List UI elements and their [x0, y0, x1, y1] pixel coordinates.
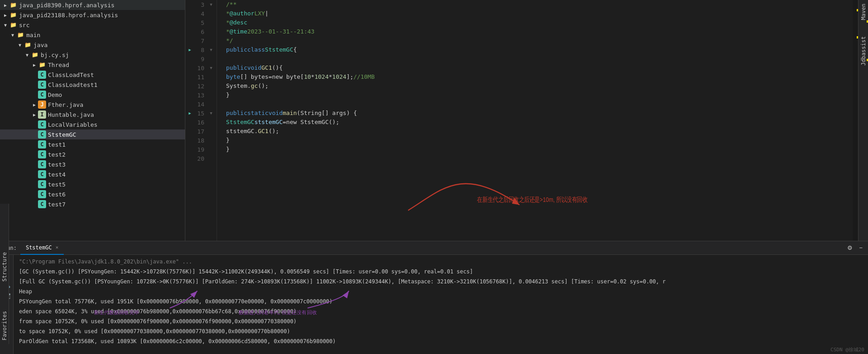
token: void: [269, 109, 283, 118]
tree-item-src[interactable]: ▼ 📁 src: [0, 20, 185, 30]
tree-label: ClassLoadtest1: [48, 81, 98, 88]
token: LXY: [255, 9, 265, 18]
line-number-18: 18: [194, 137, 208, 144]
code-line-9: [222, 54, 853, 63]
line-number-15: 15: [194, 110, 208, 117]
tree-item-test1[interactable]: C test1: [0, 139, 185, 149]
tree-item-LocalVariables[interactable]: C LocalVariables: [0, 120, 185, 129]
run-tab-label: StstemGC: [26, 244, 52, 251]
line-number-14: 14: [194, 101, 208, 108]
token: System.: [226, 81, 251, 91]
tree-item-java[interactable]: ▼ 📁 java: [0, 40, 185, 50]
line-number-11: 11: [194, 74, 208, 81]
tree-item-Fther-java[interactable]: ▶ J Fther.java: [0, 100, 185, 110]
run-gutter-15[interactable]: ▶: [185, 111, 194, 115]
tree-label: StstemGC: [48, 131, 76, 138]
code-line-7: */: [222, 36, 853, 45]
output-line-5: eden space 65024K, 3% used [0x000000076b…: [14, 306, 868, 316]
tree-label: src: [19, 22, 29, 29]
tree-item-test4[interactable]: C test4: [0, 169, 185, 179]
tree-item-test3[interactable]: C test3: [0, 159, 185, 169]
class-icon: C: [38, 91, 46, 99]
line-number-7: 7: [194, 38, 208, 44]
tree-item-Thread[interactable]: ▶ 📁 Thread: [0, 60, 185, 70]
output-line-8: ParOldGen total 173568K, used 10893K [0x…: [14, 336, 868, 346]
tree-label: test6: [48, 191, 66, 198]
token: public: [226, 45, 247, 54]
token: 1024: [332, 72, 346, 81]
tree-label: bj.cy.sj: [41, 52, 69, 58]
run-tab-ststemgc[interactable]: StstemGC ×: [20, 241, 64, 255]
token: *: [226, 18, 230, 27]
tree-arrow: ▼: [24, 53, 31, 57]
token: }: [226, 91, 230, 100]
class-icon: C: [38, 140, 46, 148]
token: GC1: [261, 63, 272, 72]
file-tree: ▶ 📁 java_pid8390.hprof.analysis ▶ 📁 java…: [0, 0, 185, 241]
token: (){: [272, 63, 283, 72]
tree-arrow: ▼: [16, 43, 24, 48]
tree-arrow: ▼: [9, 33, 16, 38]
line-number-17: 17: [194, 128, 208, 135]
minimize-button[interactable]: −: [857, 244, 864, 252]
code-line-10: public void GC1(){: [222, 63, 853, 72]
token: ();: [258, 81, 268, 91]
tree-label: java: [33, 42, 47, 48]
token: @author: [230, 9, 255, 18]
class-icon: C: [38, 200, 46, 208]
tree-label: test2: [48, 151, 66, 158]
run-tab-close[interactable]: ×: [56, 244, 59, 250]
interface-icon: I: [38, 110, 46, 119]
tree-item-bj-cy-sj[interactable]: ▼ 📁 bj.cy.sj: [0, 50, 185, 60]
token: *: [311, 72, 315, 81]
fold-gutter-15[interactable]: ▼: [208, 111, 214, 115]
token: StstemGC: [226, 118, 255, 127]
tree-item-test5[interactable]: C test5: [0, 179, 185, 189]
token: ststemGC: [255, 118, 283, 127]
bottom-action-bar: ⚙ −: [845, 244, 864, 252]
tree-arrow: ▶: [2, 3, 9, 8]
token: class: [247, 45, 265, 54]
code-line-20: [222, 154, 853, 163]
run-output: "C:\Program Files\Java\jdk1.8.0_202\bin\…: [14, 255, 868, 354]
token: static: [247, 109, 269, 118]
token: ();: [269, 127, 279, 136]
tree-label: test3: [48, 161, 66, 168]
tree-item-Huntable-java[interactable]: ▶ I Huntable.java: [0, 110, 185, 120]
tree-item-ClassLoadTest[interactable]: C ClassLoadTest: [0, 70, 185, 80]
token: /**: [226, 0, 236, 9]
token: StstemGC: [265, 45, 293, 54]
line-number-12: 12: [194, 83, 208, 90]
fold-gutter-10[interactable]: ▼: [208, 66, 214, 70]
tree-item-java_pid8390[interactable]: ▶ 📁 java_pid8390.hprof.analysis: [0, 0, 185, 10]
tree-item-test2[interactable]: C test2: [0, 149, 185, 159]
jdbassist-tab[interactable]: Jdbassist: [859, 33, 868, 69]
output-line-2: [Full GC (System.gc()) [PSYoungGen: 1072…: [14, 277, 868, 287]
folder-icon: 📁: [16, 31, 24, 39]
tree-arrow: ▼: [2, 23, 9, 28]
tree-item-java_pid23188[interactable]: ▶ 📁 java_pid23188.hprof.analysis: [0, 10, 185, 20]
code-line-5: * @desc: [222, 18, 853, 27]
token: public: [226, 109, 247, 118]
token: */: [226, 36, 233, 45]
right-sidebar: Maven Jdbassist: [858, 0, 868, 241]
code-line-13: }: [222, 91, 853, 100]
fold-gutter-3[interactable]: ▼: [208, 2, 214, 7]
class-icon: C: [38, 150, 46, 158]
watermark: CSDN @徐城20: [830, 346, 864, 353]
tree-item-Demo[interactable]: C Demo: [0, 90, 185, 100]
code-line-16: StstemGC ststemGC=new StstemGC();: [222, 118, 853, 127]
tree-arrow: ▶: [31, 62, 38, 67]
favorites-panel[interactable]: Favorites: [0, 308, 9, 344]
token: 10: [304, 72, 311, 81]
fold-gutter-8[interactable]: ▼: [208, 48, 214, 52]
line-number-19: 19: [194, 146, 208, 153]
tree-label: test1: [48, 141, 66, 148]
tree-item-test7[interactable]: C test7: [0, 199, 185, 209]
tree-item-main[interactable]: ▼ 📁 main: [0, 30, 185, 40]
tree-item-StstemGC[interactable]: C StstemGC: [0, 129, 185, 139]
tree-item-ClassLoadtest1[interactable]: C ClassLoadtest1: [0, 80, 185, 90]
run-gutter-8[interactable]: ▶: [185, 48, 194, 52]
tree-item-test6[interactable]: C test6: [0, 189, 185, 199]
settings-button[interactable]: ⚙: [845, 244, 854, 252]
